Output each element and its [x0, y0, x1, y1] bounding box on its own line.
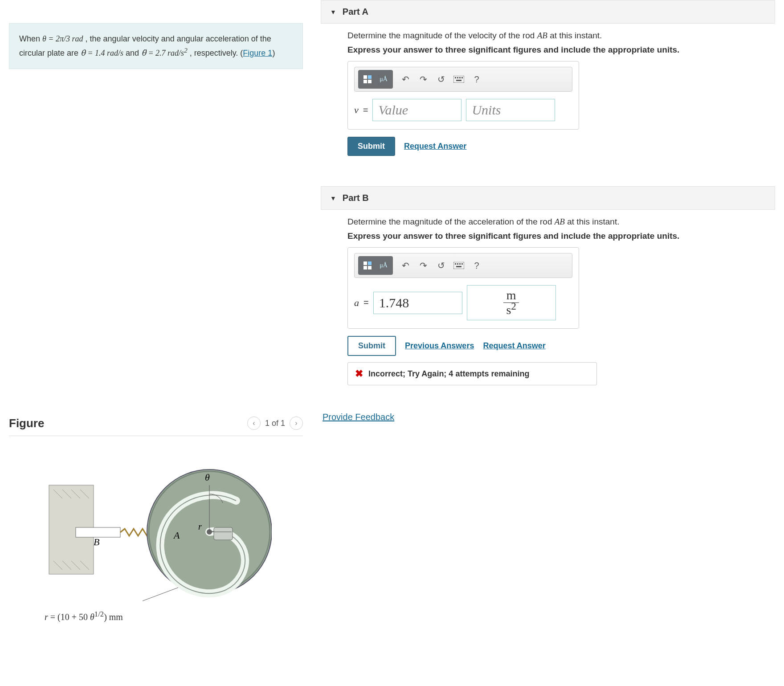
figure-link[interactable]: Figure 1	[243, 49, 272, 57]
svg-rect-27	[368, 261, 372, 265]
part-a-var: v	[354, 104, 359, 116]
part-b-feedback: ✖ Incorrect; Try Again; 4 attempts remai…	[347, 362, 597, 385]
svg-rect-9	[76, 527, 120, 537]
figure-title: Figure	[9, 416, 44, 430]
part-a-prompt: Determine the magnitude of the velocity …	[347, 31, 766, 41]
part-a-answer-box: μÅ ↶ ↷ ↺ ? v = Value Units	[347, 61, 579, 130]
svg-rect-30	[453, 262, 464, 269]
figure-image: B A θ	[9, 458, 303, 622]
part-a-toolbar: μÅ ↶ ↷ ↺ ?	[354, 67, 572, 92]
template-button[interactable]	[360, 258, 375, 273]
part-b-value-input[interactable]: 1.748	[373, 292, 462, 314]
redo-button[interactable]: ↷	[415, 257, 431, 274]
collapse-icon: ▼	[330, 8, 336, 16]
svg-line-15	[143, 588, 178, 601]
problem-statement: When θ = 2π/3 rad , the angular velocity…	[9, 23, 303, 69]
svg-rect-33	[459, 263, 461, 265]
part-b-submit-button[interactable]: Submit	[347, 336, 396, 356]
svg-rect-18	[363, 80, 367, 83]
svg-rect-22	[457, 77, 458, 78]
part-b-prompt: Determine the magnitude of the accelerat…	[347, 217, 766, 227]
svg-rect-20	[453, 76, 464, 83]
provide-feedback-link[interactable]: Provide Feedback	[323, 412, 394, 422]
label-theta: θ	[205, 472, 210, 483]
part-a-title: Part A	[343, 7, 368, 17]
part-a-request-answer-link[interactable]: Request Answer	[404, 142, 466, 151]
svg-rect-23	[459, 77, 461, 78]
help-button[interactable]: ?	[469, 257, 485, 274]
part-a-hint: Express your answer to three significant…	[347, 45, 766, 55]
label-r: r	[198, 522, 202, 531]
svg-rect-12	[214, 527, 233, 540]
svg-rect-29	[368, 266, 372, 270]
part-b-toolbar: μÅ ↶ ↷ ↺ ?	[354, 253, 572, 278]
undo-button[interactable]: ↶	[397, 257, 413, 274]
keyboard-button[interactable]	[451, 71, 467, 87]
svg-rect-32	[457, 263, 458, 265]
pager-prev-button[interactable]: ‹	[247, 416, 261, 430]
part-b-header[interactable]: ▼ Part B	[321, 186, 775, 210]
reset-button[interactable]: ↺	[433, 257, 449, 274]
thetaddot-expr: θ̈ = 2.7 rad/s2	[141, 49, 188, 57]
svg-rect-35	[456, 266, 461, 267]
label-B: B	[94, 536, 99, 547]
svg-rect-28	[363, 266, 367, 270]
part-a-units-input[interactable]: Units	[466, 99, 555, 121]
svg-rect-17	[368, 75, 372, 79]
feedback-text: Incorrect; Try Again; 4 attempts remaini…	[368, 369, 529, 379]
pager-text: 1 of 1	[265, 419, 285, 428]
svg-rect-16	[363, 75, 367, 79]
part-b-answer-box: μÅ ↶ ↷ ↺ ? a = 1.748 m	[347, 247, 579, 329]
undo-button[interactable]: ↶	[397, 71, 413, 87]
svg-rect-26	[363, 261, 367, 265]
template-button[interactable]	[360, 72, 375, 87]
svg-rect-24	[461, 77, 463, 78]
problem-text: When	[19, 34, 42, 43]
units-button[interactable]: μÅ	[376, 258, 391, 273]
incorrect-icon: ✖	[355, 368, 363, 380]
part-b-title: Part B	[343, 193, 369, 203]
pager-next-button[interactable]: ›	[290, 416, 303, 430]
figure-caption: r = (10 + 50 θ1/2) mm	[45, 612, 303, 622]
svg-rect-25	[456, 80, 461, 81]
part-a-header[interactable]: ▼ Part A	[321, 0, 775, 24]
help-button[interactable]: ?	[469, 71, 485, 87]
theta-expr: θ = 2π/3 rad	[42, 34, 83, 43]
svg-rect-31	[455, 263, 456, 265]
svg-rect-21	[455, 77, 456, 78]
collapse-icon: ▼	[330, 195, 336, 202]
label-A: A	[173, 530, 180, 541]
redo-button[interactable]: ↷	[415, 71, 431, 87]
part-b-units-input[interactable]: m s2	[467, 285, 556, 320]
part-b-previous-answers-link[interactable]: Previous Answers	[405, 341, 474, 351]
figure-pager: ‹ 1 of 1 ›	[247, 416, 303, 430]
svg-rect-34	[461, 263, 463, 265]
part-a-value-input[interactable]: Value	[372, 99, 461, 121]
svg-rect-19	[368, 80, 372, 83]
part-b-hint: Express your answer to three significant…	[347, 231, 766, 241]
thetadot-expr: θ̇ = 1.4 rad/s	[81, 49, 123, 57]
keyboard-button[interactable]	[451, 257, 467, 274]
part-b-var: a	[354, 297, 359, 309]
reset-button[interactable]: ↺	[433, 71, 449, 87]
units-button[interactable]: μÅ	[376, 72, 391, 87]
part-b-request-answer-link[interactable]: Request Answer	[483, 341, 545, 351]
part-a-submit-button[interactable]: Submit	[347, 137, 395, 156]
